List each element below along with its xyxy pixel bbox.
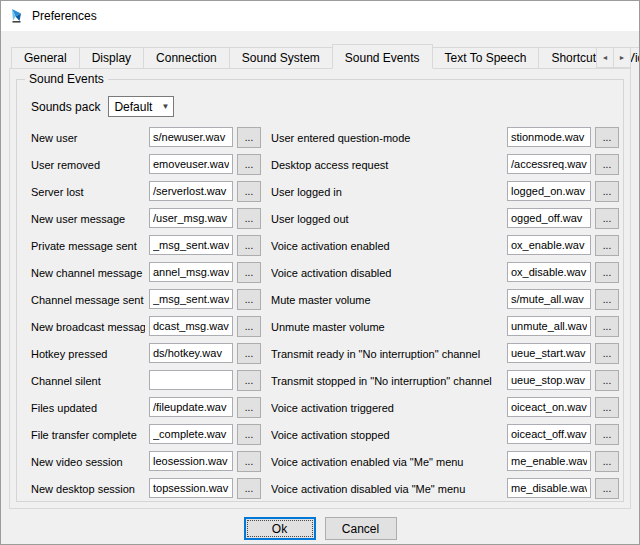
browse-button[interactable]: ...: [237, 424, 261, 445]
sound-file-input[interactable]: [149, 181, 233, 201]
sound-file-input[interactable]: [149, 397, 233, 417]
sound-event-label: New user: [31, 132, 145, 144]
sound-file-input[interactable]: [507, 235, 591, 255]
sound-event-label: Private message sent: [31, 240, 145, 252]
browse-button[interactable]: ...: [237, 451, 261, 472]
sound-file-input[interactable]: [507, 208, 591, 228]
sound-file-input[interactable]: [149, 208, 233, 228]
sound-event-label: Voice activation triggered: [271, 402, 503, 414]
sound-file-input[interactable]: [507, 397, 591, 417]
browse-button[interactable]: ...: [237, 316, 261, 337]
browse-button[interactable]: ...: [595, 397, 619, 418]
sound-event-label: Voice activation stopped: [271, 429, 503, 441]
browse-button[interactable]: ...: [595, 289, 619, 310]
tab-scroll-right-button[interactable]: ►: [613, 47, 631, 68]
sound-event-label: Mute master volume: [271, 294, 503, 306]
tab-connection[interactable]: Connection: [143, 47, 230, 68]
sound-file-input[interactable]: [149, 343, 233, 363]
browse-button[interactable]: ...: [595, 343, 619, 364]
tab-sound-system[interactable]: Sound System: [229, 47, 333, 68]
sound-file-input[interactable]: [507, 451, 591, 471]
browse-button[interactable]: ...: [237, 154, 261, 175]
sound-file-input[interactable]: [507, 343, 591, 363]
sound-file-input[interactable]: [507, 154, 591, 174]
sound-events-group: Sound Events Sounds pack Default ▼ New u…: [16, 79, 624, 502]
browse-button[interactable]: ...: [237, 343, 261, 364]
sound-event-label: Hotkey pressed: [31, 348, 145, 360]
tab-scroll-left-button[interactable]: ◄: [596, 47, 614, 68]
sound-event-label: Channel message sent: [31, 294, 145, 306]
sound-event-label: User removed: [31, 159, 145, 171]
browse-button[interactable]: ...: [595, 451, 619, 472]
browse-button[interactable]: ...: [237, 127, 261, 148]
sound-file-input[interactable]: [507, 181, 591, 201]
browse-button[interactable]: ...: [595, 262, 619, 283]
browse-button[interactable]: ...: [237, 181, 261, 202]
dialog-content: GeneralDisplayConnectionSound SystemSoun…: [1, 31, 639, 545]
browse-button[interactable]: ...: [595, 208, 619, 229]
sounds-pack-label: Sounds pack: [31, 100, 100, 114]
sound-file-input[interactable]: [507, 262, 591, 282]
browse-button[interactable]: ...: [237, 370, 261, 391]
title-bar: Preferences: [1, 1, 639, 31]
browse-button[interactable]: ...: [595, 316, 619, 337]
sounds-pack-select[interactable]: Default ▼: [108, 96, 174, 117]
sound-file-input[interactable]: [149, 235, 233, 255]
browse-button[interactable]: ...: [595, 235, 619, 256]
browse-button[interactable]: ...: [237, 478, 261, 499]
sound-event-columns: New user ... User removed ... Server los…: [31, 127, 615, 499]
app-icon: [9, 8, 25, 24]
sound-file-input[interactable]: [507, 289, 591, 309]
sound-file-input[interactable]: [149, 289, 233, 309]
tab-sound-events[interactable]: Sound Events: [332, 44, 433, 69]
tab-general[interactable]: General: [11, 47, 80, 68]
sound-event-label: Desktop access request: [271, 159, 503, 171]
sound-file-input[interactable]: [149, 127, 233, 147]
sound-event-label: File transfer complete: [31, 429, 145, 441]
sound-file-input[interactable]: [149, 424, 233, 444]
sound-event-label: Voice activation disabled via "Me" menu: [271, 483, 503, 495]
sound-file-input[interactable]: [149, 316, 233, 336]
browse-button[interactable]: ...: [595, 478, 619, 499]
browse-button[interactable]: ...: [237, 208, 261, 229]
browse-button[interactable]: ...: [237, 289, 261, 310]
chevron-down-icon: ▼: [161, 102, 169, 111]
sound-event-label: New desktop session: [31, 483, 145, 495]
sound-event-label: New channel message: [31, 267, 145, 279]
dialog-footer: Ok Cancel: [9, 517, 631, 540]
tab-text-to-speech[interactable]: Text To Speech: [432, 47, 540, 68]
browse-button[interactable]: ...: [595, 127, 619, 148]
tab-panel: Sound Events Sounds pack Default ▼ New u…: [9, 68, 631, 509]
rows-right: User entered question-mode ... Desktop a…: [271, 127, 619, 499]
sound-event-label: Server lost: [31, 186, 145, 198]
browse-button[interactable]: ...: [237, 397, 261, 418]
sound-file-input[interactable]: [507, 127, 591, 147]
browse-button[interactable]: ...: [237, 262, 261, 283]
sound-event-label: Voice activation enabled: [271, 240, 503, 252]
sound-file-input[interactable]: [507, 424, 591, 444]
ok-button[interactable]: Ok: [244, 517, 316, 540]
browse-button[interactable]: ...: [595, 154, 619, 175]
sound-file-input[interactable]: [507, 478, 591, 498]
sound-file-input[interactable]: [507, 316, 591, 336]
tab-bar-tabs: GeneralDisplayConnectionSound SystemSoun…: [11, 44, 640, 68]
sound-event-label: New user message: [31, 213, 145, 225]
sound-event-label: User entered question-mode: [271, 132, 503, 144]
browse-button[interactable]: ...: [595, 424, 619, 445]
browse-button[interactable]: ...: [595, 370, 619, 391]
sound-file-input[interactable]: [149, 370, 233, 390]
sound-file-input[interactable]: [507, 370, 591, 390]
tab-display[interactable]: Display: [79, 47, 144, 68]
cancel-button[interactable]: Cancel: [325, 517, 397, 540]
sounds-pack-value: Default: [114, 100, 152, 114]
sound-event-label: User logged in: [271, 186, 503, 198]
sound-file-input[interactable]: [149, 262, 233, 282]
sound-file-input[interactable]: [149, 478, 233, 498]
sound-file-input[interactable]: [149, 451, 233, 471]
sound-file-input[interactable]: [149, 154, 233, 174]
sound-event-label: New video session: [31, 456, 145, 468]
window-title: Preferences: [32, 9, 97, 23]
preferences-window: Preferences GeneralDisplayConnectionSoun…: [0, 0, 640, 545]
browse-button[interactable]: ...: [595, 181, 619, 202]
browse-button[interactable]: ...: [237, 235, 261, 256]
